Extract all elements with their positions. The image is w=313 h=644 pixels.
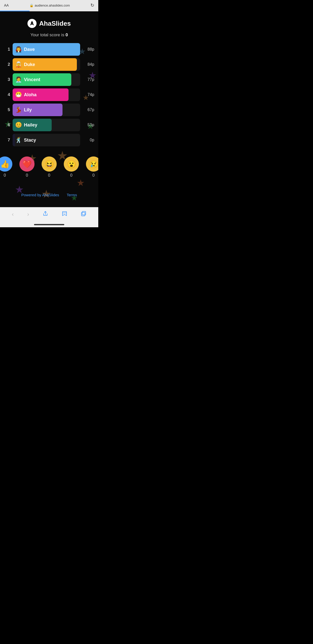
bar-wrap-2: 🧝Duke xyxy=(13,58,80,71)
tabs-button[interactable] xyxy=(78,210,89,219)
player-emoji-3: 🧑‍💼 xyxy=(15,76,22,83)
terms-link[interactable]: Terms xyxy=(67,193,77,197)
bar-wrap-6: 😊Hailey xyxy=(13,119,80,131)
home-indicator xyxy=(0,224,98,227)
player-name-5: Lily xyxy=(24,107,32,113)
score-prefix: Your total score is xyxy=(30,33,65,37)
bar-fill-3: 🧑‍💼Vincent xyxy=(13,73,71,86)
bar-fill-4: 😷Aloha xyxy=(13,88,69,101)
player-name-3: Vincent xyxy=(24,77,40,82)
leaderboard-row-6: 6😊Hailey53p xyxy=(4,119,94,131)
ios-toolbar: ‹ › xyxy=(0,207,98,224)
leaderboard-row-7: 7🕺Stacy0p xyxy=(4,134,94,146)
reaction-count-heart: 0 xyxy=(26,173,28,178)
bar-fill-1: 🧛Dave xyxy=(13,43,80,56)
rank-number-6: 6 xyxy=(4,122,10,127)
share-button[interactable] xyxy=(40,210,51,219)
player-score-2: 84p xyxy=(83,62,94,67)
logo-text: AhaSlides xyxy=(39,20,71,27)
leaderboard-row-3: 3🧑‍💼Vincent77p xyxy=(4,73,94,86)
url-text: audience.ahaslides.com xyxy=(35,4,70,7)
reaction-circle-wow: 😮 xyxy=(64,156,79,172)
reactions-bar: 👍0❤️0😆0😮0😢0 xyxy=(4,156,94,178)
reaction-count-laugh: 0 xyxy=(48,173,50,178)
logo-area: AhaSlides xyxy=(4,19,94,28)
player-emoji-1: 🧛 xyxy=(15,46,22,53)
reaction-circle-heart: ❤️ xyxy=(19,156,35,172)
bar-wrap-4: 😷Aloha xyxy=(13,88,80,101)
rank-number-2: 2 xyxy=(4,62,10,67)
bar-wrap-1: 🧛Dave xyxy=(13,43,80,56)
rank-number-1: 1 xyxy=(4,47,10,52)
back-button[interactable]: ‹ xyxy=(9,210,16,219)
reload-button[interactable]: ↻ xyxy=(90,3,94,8)
player-name-7: Stacy xyxy=(24,138,36,143)
player-score-5: 67p xyxy=(83,108,94,112)
powered-by-link[interactable]: Powered by AhaSlides xyxy=(21,193,59,197)
font-size-control[interactable]: AA xyxy=(4,3,9,7)
forward-button[interactable]: › xyxy=(25,210,32,219)
rank-number-4: 4 xyxy=(4,92,10,97)
reaction-count-sad: 0 xyxy=(92,173,95,178)
rank-number-5: 5 xyxy=(4,107,10,112)
bar-wrap-5: 💃Lily xyxy=(13,104,80,116)
bar-wrap-7: 🕺Stacy xyxy=(13,134,80,146)
leaderboard: 1🧛Dave88p2🧝Duke84p3🧑‍💼Vincent77p4😷Aloha7… xyxy=(4,43,94,146)
player-score-3: 77p xyxy=(83,77,94,82)
bookmarks-button[interactable] xyxy=(59,210,70,219)
browser-bar: AA 🔒 audience.ahaslides.com ↻ xyxy=(0,0,98,11)
bar-fill-6: 😊Hailey xyxy=(13,119,52,131)
leaderboard-row-1: 1🧛Dave88p xyxy=(4,43,94,56)
leaderboard-row-4: 4😷Aloha74p xyxy=(4,88,94,101)
reaction-count-thumbs-up: 0 xyxy=(4,173,6,178)
reaction-count-wow: 0 xyxy=(70,173,73,178)
ahaslides-logo-icon xyxy=(27,19,37,28)
reaction-sad[interactable]: 😢0 xyxy=(86,156,98,178)
player-emoji-7: 🕺 xyxy=(15,137,22,143)
bar-wrap-3: 🧑‍💼Vincent xyxy=(13,73,80,86)
player-name-1: Dave xyxy=(24,47,35,52)
score-display: Your total score is 0 xyxy=(4,33,94,38)
leaderboard-row-2: 2🧝Duke84p xyxy=(4,58,94,71)
reaction-wow[interactable]: 😮0 xyxy=(64,156,79,178)
player-emoji-6: 😊 xyxy=(15,122,22,128)
player-score-7: 0p xyxy=(83,138,94,142)
player-name-2: Duke xyxy=(24,62,35,67)
player-name-6: Hailey xyxy=(24,122,37,128)
player-emoji-2: 🧝 xyxy=(15,61,22,68)
star-decoration-7: ★ xyxy=(77,178,85,188)
reaction-thumbs-up[interactable]: 👍0 xyxy=(0,156,12,178)
footer: Powered by AhaSlides Terms xyxy=(4,188,94,200)
lock-icon: 🔒 xyxy=(29,4,34,7)
svg-point-1 xyxy=(31,21,33,23)
bar-fill-5: 💃Lily xyxy=(13,104,62,116)
reaction-circle-sad: 😢 xyxy=(86,156,98,172)
leaderboard-row-5: 5💃Lily67p xyxy=(4,104,94,116)
score-value: 0 xyxy=(66,33,68,37)
reaction-laugh[interactable]: 😆0 xyxy=(42,156,57,178)
player-score-1: 88p xyxy=(83,47,94,52)
reaction-heart[interactable]: ❤️0 xyxy=(19,156,35,178)
reaction-circle-laugh: 😆 xyxy=(42,156,57,172)
player-emoji-4: 😷 xyxy=(15,91,22,98)
main-content: AhaSlides Your total score is 0 1🧛Dave88… xyxy=(0,11,98,207)
player-score-4: 74p xyxy=(83,92,94,97)
rank-number-3: 3 xyxy=(4,77,10,82)
url-bar[interactable]: 🔒 audience.ahaslides.com xyxy=(29,4,70,7)
player-score-6: 53p xyxy=(83,123,94,127)
player-name-4: Aloha xyxy=(24,92,37,98)
player-emoji-5: 💃 xyxy=(15,107,22,113)
rank-number-7: 7 xyxy=(4,138,10,143)
bar-fill-7: 🕺Stacy xyxy=(13,134,15,146)
bar-fill-2: 🧝Duke xyxy=(13,58,77,71)
reaction-circle-thumbs-up: 👍 xyxy=(0,156,12,172)
